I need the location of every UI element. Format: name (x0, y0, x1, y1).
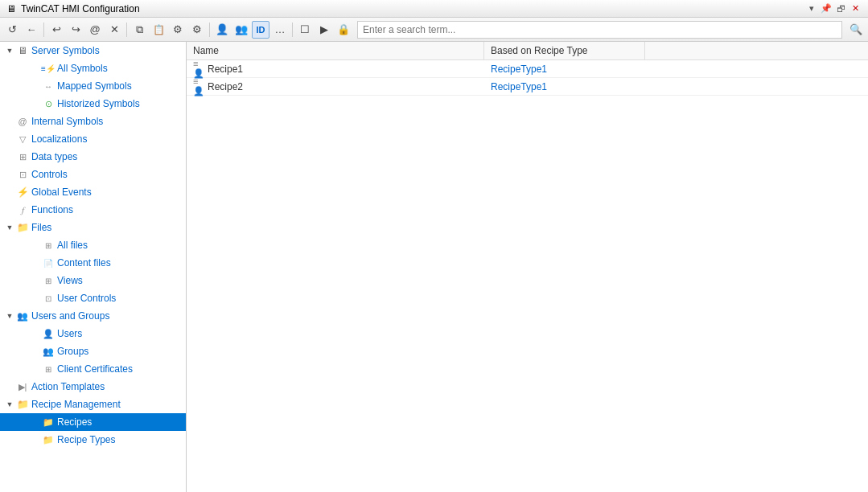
copy-button[interactable]: ⧉ (130, 21, 148, 39)
content-panel: Name Based on Recipe Type ≡👤 Recipe1 Rec… (187, 42, 868, 492)
toggle-user-controls (29, 292, 42, 305)
toolbar: ↺ ← ↩ ↪ @ ✕ ⧉ 📋 ⚙ ⚙ 👤 👥 ID … ☐ ▶ 🔒 🔍 (0, 18, 868, 42)
window-controls: ▾ 📌 🗗 ✕ (805, 2, 862, 15)
minimize-button[interactable]: ▾ (805, 2, 818, 15)
toggle-content-files (29, 256, 42, 269)
content-header: Name Based on Recipe Type (187, 42, 868, 60)
sidebar-item-data-types[interactable]: ⊞ Data types (0, 148, 186, 166)
data-types-icon: ⊞ (16, 150, 29, 163)
settings-button-1[interactable]: ⚙ (169, 21, 187, 39)
sidebar: ▼ 🖥 Server Symbols ≡⚡ All Symbols ↔ Mapp… (0, 42, 187, 492)
search-button[interactable]: 🔍 (847, 21, 865, 39)
id-button[interactable]: ID (252, 21, 269, 39)
sidebar-item-global-events[interactable]: ⚡ Global Events (0, 183, 186, 201)
groups-icon: 👥 (42, 345, 55, 358)
sidebar-item-controls[interactable]: ⊡ Controls (0, 166, 186, 183)
sidebar-label-localizations: Localizations (31, 133, 87, 145)
refresh-button[interactable]: ↺ (3, 21, 21, 39)
paste-button[interactable]: 📋 (150, 21, 167, 39)
sidebar-label-all-files: All files (57, 240, 88, 251)
sidebar-label-global-events: Global Events (31, 187, 92, 198)
back-button[interactable]: ← (23, 21, 40, 39)
views-icon: ⊞ (42, 274, 55, 287)
sidebar-label-controls: Controls (31, 169, 68, 180)
play-button[interactable]: ▶ (315, 21, 333, 39)
redo-button[interactable]: ↪ (67, 21, 84, 39)
settings-button-2[interactable]: ⚙ (188, 21, 206, 39)
functions-icon: 𝑓 (16, 203, 29, 216)
sidebar-item-users-and-groups[interactable]: ▼ 👥 Users and Groups (0, 307, 186, 325)
toggle-recipe-types (29, 433, 42, 446)
recipe-types-icon: 📁 (42, 433, 55, 446)
global-events-icon: ⚡ (16, 186, 29, 199)
sidebar-item-internal-symbols[interactable]: @ Internal Symbols (0, 113, 186, 130)
toggle-controls (3, 168, 16, 181)
separator-3 (209, 23, 210, 37)
sidebar-item-views[interactable]: ⊞ Views (0, 272, 186, 289)
sidebar-item-files[interactable]: ▼ 📁 Files (0, 219, 186, 236)
content-rows: ≡👤 Recipe1 RecipeType1 ≡👤 Recipe2 Recipe… (187, 60, 868, 492)
sidebar-item-all-symbols[interactable]: ≡⚡ All Symbols (0, 59, 186, 77)
toggle-all-symbols (29, 62, 42, 75)
delete-button[interactable]: ✕ (105, 21, 123, 39)
sidebar-item-recipe-types[interactable]: 📁 Recipe Types (0, 431, 186, 449)
server-symbol-icon: 🖥 (16, 44, 29, 57)
recipes-icon: 📁 (42, 416, 55, 428)
sidebar-label-views: Views (57, 275, 83, 286)
sidebar-item-functions[interactable]: 𝑓 Functions (0, 201, 186, 219)
sidebar-item-server-symbols[interactable]: ▼ 🖥 Server Symbols (0, 42, 186, 59)
pin-button[interactable]: 📌 (820, 2, 833, 15)
sidebar-item-content-files[interactable]: 📄 Content files (0, 254, 186, 272)
lock-button[interactable]: 🔒 (335, 21, 352, 39)
sidebar-item-historized-symbols[interactable]: ⊙ Historized Symbols (0, 95, 186, 113)
user-button[interactable]: 👤 (213, 21, 231, 39)
sidebar-item-users[interactable]: 👤 Users (0, 325, 186, 342)
sidebar-item-client-certificates[interactable]: ⊞ Client Certificates (0, 360, 186, 378)
sidebar-item-localizations[interactable]: ▽ Localizations (0, 130, 186, 148)
toggle-localizations (3, 133, 16, 146)
toggle-client-certs (29, 363, 42, 375)
sidebar-item-groups[interactable]: 👥 Groups (0, 342, 186, 360)
sidebar-label-users: Users (57, 328, 82, 339)
toggle-users (29, 327, 42, 340)
search-input[interactable] (357, 21, 842, 39)
action-templates-icon: ▶| (16, 380, 29, 393)
main-content: ▼ 🖥 Server Symbols ≡⚡ All Symbols ↔ Mapp… (0, 42, 868, 492)
at-button[interactable]: @ (86, 21, 104, 39)
sidebar-item-user-controls[interactable]: ⊡ User Controls (0, 289, 186, 307)
recipe1-icon: ≡👤 (193, 64, 204, 75)
checkbox-button[interactable]: ☐ (296, 21, 314, 39)
close-button[interactable]: ✕ (849, 2, 862, 15)
sidebar-label-recipes: Recipes (57, 416, 92, 428)
recipe-management-icon: 📁 (16, 398, 29, 411)
ellipsis-button[interactable]: … (271, 21, 289, 39)
user-controls-icon: ⊡ (42, 292, 55, 305)
sidebar-item-all-files[interactable]: ⊞ All files (0, 236, 186, 254)
sidebar-label-server-symbols: Server Symbols (31, 45, 100, 56)
table-row[interactable]: ≡👤 Recipe2 RecipeType1 (187, 78, 868, 96)
toggle-internal-symbols (3, 115, 16, 128)
sidebar-item-recipes[interactable]: 📁 Recipes (0, 413, 186, 431)
app-icon: 🖥 (6, 3, 16, 14)
localizations-icon: ▽ (16, 133, 29, 146)
group-button[interactable]: 👥 (232, 21, 250, 39)
sidebar-item-mapped-symbols[interactable]: ↔ Mapped Symbols (0, 77, 186, 95)
toggle-global-events (3, 186, 16, 199)
toggle-users-and-groups: ▼ (3, 310, 16, 322)
recipe1-name-label: Recipe1 (208, 64, 243, 75)
toggle-recipe-management: ▼ (3, 398, 16, 411)
sidebar-label-recipe-management: Recipe Management (31, 399, 121, 410)
sidebar-label-functions: Functions (31, 204, 73, 215)
sidebar-label-client-certificates: Client Certificates (57, 363, 133, 375)
mapped-symbols-icon: ↔ (42, 80, 55, 92)
restore-button[interactable]: 🗗 (834, 2, 847, 15)
sidebar-label-content-files: Content files (57, 257, 111, 269)
sidebar-item-action-templates[interactable]: ▶| Action Templates (0, 378, 186, 396)
historized-symbols-icon: ⊙ (42, 97, 55, 110)
sidebar-label-action-templates: Action Templates (31, 381, 105, 392)
table-row[interactable]: ≡👤 Recipe1 RecipeType1 (187, 60, 868, 78)
sidebar-label-internal-symbols: Internal Symbols (31, 116, 103, 127)
sidebar-item-recipe-management[interactable]: ▼ 📁 Recipe Management (0, 396, 186, 413)
toggle-data-types (3, 150, 16, 163)
undo-button[interactable]: ↩ (47, 21, 65, 39)
